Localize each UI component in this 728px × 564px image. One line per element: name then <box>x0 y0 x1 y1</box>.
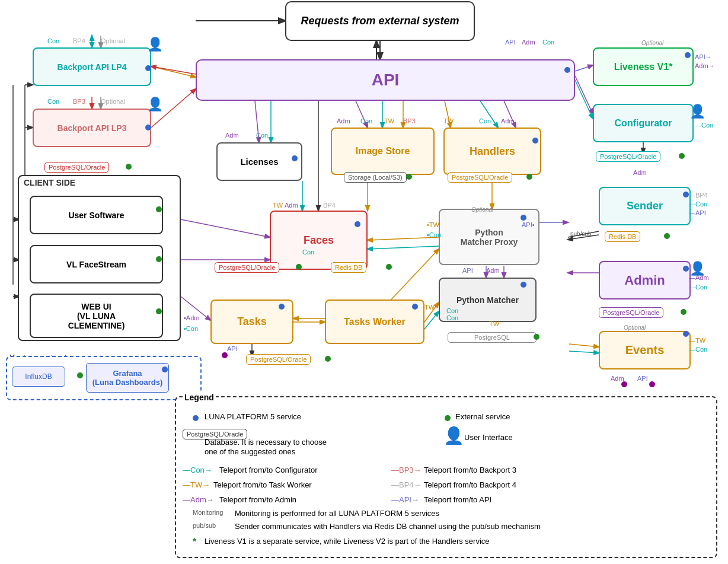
f-con-below: Con <box>302 248 314 256</box>
faces-label: Faces <box>304 234 334 247</box>
events-optional: Optional <box>624 324 646 331</box>
svg-line-3 <box>151 66 196 77</box>
dot-liveness <box>685 52 691 58</box>
tasks-postgres: PostgreSQL/Oracle <box>246 354 311 365</box>
api-top-api: API <box>505 39 516 46</box>
events-box: Events <box>599 331 691 369</box>
image-store-label: Image Store <box>356 146 410 157</box>
dot-web-ui <box>156 308 162 314</box>
web-ui-box: WEB UI (VL LUNA CLEMENTINE) <box>30 294 163 338</box>
licenses-label: Licenses <box>240 157 278 167</box>
tasks-worker-label: Tasks Worker <box>344 317 405 327</box>
dot-proxy <box>521 215 526 221</box>
legend-db-text: Database. It is necessary to choose <box>205 438 327 447</box>
is-con: Con <box>360 117 372 125</box>
svg-line-35 <box>569 344 599 347</box>
dot-lp3 <box>145 125 151 130</box>
dot-lp4 <box>145 65 151 71</box>
dot-faces-postgres <box>296 264 302 270</box>
svg-line-4 <box>151 66 196 74</box>
dot-postgres-lp3 <box>126 164 132 170</box>
proxy-api: API• <box>522 221 535 228</box>
dot-events-adm <box>621 381 627 387</box>
is-adm: Adm <box>337 117 350 125</box>
dot-events <box>683 331 689 337</box>
api-label: API <box>372 71 400 90</box>
dot-handlers-postgres <box>526 174 532 180</box>
legend-con-arrow: —Con→ <box>183 466 212 474</box>
conf-adm: Adm <box>633 169 647 176</box>
dot-sender <box>683 192 689 197</box>
web-ui-label: WEB UI (VL LUNA CLEMENTINE) <box>68 302 125 330</box>
dot-events-api <box>649 381 655 387</box>
events-api-bot: API <box>637 375 648 382</box>
is-bp3: BP3 <box>403 117 416 125</box>
dot-tasks-postgres <box>325 356 331 362</box>
f-tw: TW <box>273 202 283 209</box>
legend-monitoring-text: Monitoring is performed for all LUNA PLA… <box>235 509 439 518</box>
admin-box: Admin <box>599 261 691 299</box>
person-icon-configurator: 👤 <box>689 104 705 119</box>
postgres-lp3: PostgreSQL/Oracle <box>44 162 109 173</box>
image-store-box: Image Store <box>331 128 435 175</box>
sender-api: —API <box>689 209 706 216</box>
events-adm-bot: Adm <box>611 375 624 382</box>
svg-line-31 <box>568 231 599 237</box>
pm-adm: Adm <box>486 267 500 274</box>
api-top-adm: Adm <box>522 39 535 46</box>
python-matcher-proxy-label: Python Matcher Proxy <box>461 228 518 247</box>
legend-star-symbol: * <box>193 537 196 547</box>
dot-python-matcher <box>521 282 526 288</box>
events-label: Events <box>625 343 665 357</box>
dot-api <box>564 67 570 73</box>
proxy-optional-label: Optional <box>471 206 493 213</box>
legend-bp3-arrow: —BP3→ <box>391 466 422 474</box>
proxy-tw: •TW <box>427 221 439 228</box>
dot-handlers <box>532 138 538 144</box>
legend-db-text2: one of the suggested ones <box>205 447 295 456</box>
lic-adm-label: Adm <box>225 132 239 139</box>
vl-facestream-label: VL FaceStream <box>66 260 126 269</box>
liveness-api: API→ <box>695 53 712 60</box>
dot-tasks <box>279 304 285 310</box>
dot-faces-redis <box>386 264 392 270</box>
user-software-box: User Software <box>30 196 163 234</box>
f-adm: Adm <box>285 202 298 209</box>
dot-user-software <box>156 206 162 212</box>
conf-postgres: PostgreSQL/Oracle <box>596 151 660 162</box>
lp3-con-label: Con <box>47 98 59 105</box>
h-con: Con <box>479 117 491 125</box>
tasks-con: •Con <box>184 325 198 332</box>
proxy-con: •Con <box>427 231 441 238</box>
configurator-box: Configurator <box>593 104 694 142</box>
svg-line-38 <box>181 219 270 237</box>
dot-pm-postgres <box>534 334 539 340</box>
svg-line-8 <box>575 80 593 119</box>
svg-line-30 <box>391 249 439 299</box>
liveness-optional: Optional <box>641 40 663 46</box>
vl-facestream-box: VL FaceStream <box>30 245 163 283</box>
lp3-bp3-label: BP3 <box>73 98 85 105</box>
svg-line-7 <box>575 76 593 114</box>
sender-box: Sender <box>599 187 691 225</box>
tasks-worker-box: Tasks Worker <box>325 299 424 344</box>
legend-bp3-text: Teleport from/to Backport 3 <box>424 466 516 474</box>
svg-text:pub/sub: pub/sub <box>570 231 592 237</box>
legend-ui-text: User Interface <box>464 433 513 442</box>
admin-postgres: PostgreSQL/Oracle <box>599 307 663 318</box>
events-con: —Con <box>689 346 707 353</box>
legend-dot-ext <box>445 415 451 421</box>
influxdb-label: InfluxDB <box>25 372 52 381</box>
configurator-label: Configurator <box>615 118 672 129</box>
api-box: API <box>196 59 575 101</box>
backport-lp4-box: Backport API LP4 <box>33 47 151 86</box>
lp4-con-label: Con <box>47 37 59 44</box>
sender-label: Sender <box>627 200 663 212</box>
legend-adm-arrow: —Adm→ <box>183 495 214 504</box>
lic-con-label: Con <box>256 132 268 139</box>
requests-box: Requests from external system <box>285 1 475 41</box>
dot-admin <box>683 266 689 272</box>
legend-api-text: Teleport from/to API <box>424 495 491 504</box>
is-tw: TW <box>384 117 394 125</box>
legend-title: Legend <box>183 393 216 402</box>
